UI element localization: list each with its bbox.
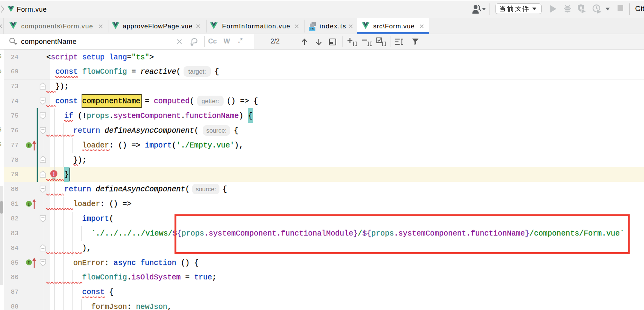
svg-text:!: !	[53, 170, 55, 177]
svg-text:TS: TS	[310, 27, 314, 31]
svg-text:I: I	[28, 260, 30, 265]
svg-text:I: I	[28, 202, 30, 207]
svg-text:I: I	[28, 143, 30, 148]
